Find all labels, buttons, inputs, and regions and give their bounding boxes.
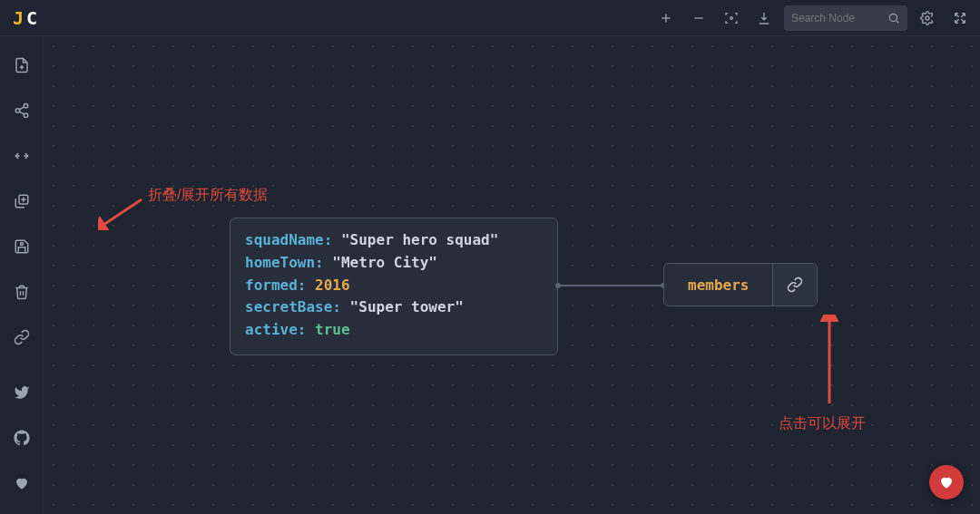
key-homeTown: homeTown:	[245, 254, 324, 271]
val-formed: 2016	[315, 276, 350, 294]
val-squadName: "Super hero squad"	[341, 231, 498, 248]
members-label: members	[664, 264, 773, 305]
json-root-node[interactable]: squadName: "Super hero squad" homeTown: …	[230, 218, 558, 355]
save-icon[interactable]	[7, 232, 36, 261]
logo-letter-j: J	[13, 7, 24, 29]
twitter-icon[interactable]	[7, 378, 36, 407]
delete-icon[interactable]	[7, 277, 36, 306]
svg-point-4	[889, 14, 897, 21]
github-icon[interactable]	[7, 423, 36, 452]
share-icon[interactable]	[7, 96, 36, 125]
sidebar	[0, 36, 44, 514]
val-homeTown: "Metro City"	[332, 254, 437, 271]
expand-link-icon[interactable]	[773, 264, 817, 305]
members-node[interactable]: members	[663, 263, 818, 306]
zoom-out-icon[interactable]	[686, 5, 711, 31]
new-file-icon[interactable]	[7, 51, 36, 80]
svg-line-12	[19, 112, 24, 114]
svg-point-6	[926, 16, 929, 20]
logo-letter-c: C	[26, 7, 38, 29]
svg-point-3	[730, 16, 733, 19]
link-icon[interactable]	[7, 323, 36, 352]
download-icon[interactable]	[751, 5, 777, 31]
top-tools	[653, 5, 973, 31]
search-icon	[887, 12, 900, 24]
topbar: JC	[0, 0, 980, 36]
gear-icon[interactable]	[915, 5, 940, 31]
svg-point-10	[15, 109, 20, 113]
key-formed: formed:	[245, 276, 306, 294]
annotation-arrow-2	[820, 315, 838, 405]
search-input[interactable]	[791, 12, 882, 24]
svg-line-13	[19, 107, 24, 110]
favorite-fab[interactable]	[929, 465, 964, 499]
app-logo: JC	[13, 7, 38, 29]
fullscreen-icon[interactable]	[947, 5, 973, 31]
svg-point-19	[20, 243, 23, 246]
annotation-arrow-1	[98, 198, 143, 230]
graph-edge	[558, 285, 663, 286]
collapse-all-icon[interactable]	[7, 187, 36, 216]
key-secretBase: secretBase:	[245, 298, 341, 315]
svg-line-20	[103, 199, 142, 225]
zoom-in-icon[interactable]	[653, 5, 679, 31]
svg-point-11	[24, 113, 28, 118]
annotation-click-expand: 点击可以展开	[779, 414, 866, 433]
search-box[interactable]	[784, 5, 907, 31]
svg-point-9	[24, 104, 28, 109]
focus-icon[interactable]	[719, 5, 744, 31]
graph-canvas[interactable]: squadName: "Super hero squad" homeTown: …	[44, 36, 980, 514]
annotation-collapse-expand: 折叠/展开所有数据	[148, 186, 268, 205]
toggle-layout-icon[interactable]	[7, 141, 36, 170]
heart-icon[interactable]	[7, 469, 36, 498]
key-squadName: squadName:	[245, 231, 332, 248]
val-secretBase: "Super tower"	[350, 298, 464, 315]
key-active: active:	[245, 321, 306, 338]
svg-line-5	[897, 20, 899, 23]
val-active: true	[315, 321, 350, 338]
